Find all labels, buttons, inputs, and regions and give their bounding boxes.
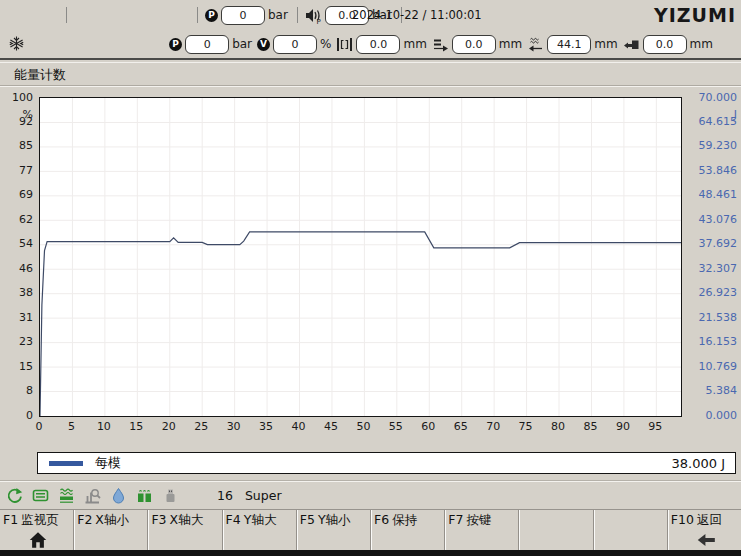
x-axis-tick: 60 (414, 420, 442, 433)
y-axis-left-tick: 69 (0, 188, 33, 201)
snowflake-icon (8, 35, 25, 52)
function-key-f5[interactable]: F5Y轴小 (296, 510, 370, 551)
ejector-value-field[interactable]: 0.0 (452, 35, 496, 54)
y-axis-left-tick: 15 (0, 360, 33, 373)
function-key-bar: F1监视页F2X轴小F3X轴大F4Y轴大F5Y轴小F6保持F7按键F10返回 (0, 509, 741, 551)
velocity-circle-icon: V (257, 38, 270, 51)
usb-icon (162, 487, 179, 504)
ejector-icon (432, 36, 449, 53)
x-axis-tick: 95 (641, 420, 669, 433)
y-axis-right-tick: 32.307 (684, 262, 737, 275)
screw-heat-icon (527, 36, 544, 53)
x-axis-tick: 55 (382, 420, 410, 433)
y-axis-right-tick: 26.923 (684, 286, 737, 299)
y-axis-right-tick: 59.230 (684, 139, 737, 152)
function-key-f2[interactable]: F2X轴小 (73, 510, 147, 551)
function-key-f7[interactable]: F7按键 (444, 510, 518, 551)
y-axis-left-tick: 31 (0, 311, 33, 324)
x-axis-tick: 90 (609, 420, 637, 433)
page-title-bar: 能量计数 (0, 62, 741, 86)
y-axis-left-tick: 85 (0, 139, 33, 152)
x-axis-tick: 75 (512, 420, 540, 433)
y-axis-left-tick: 54 (0, 237, 33, 250)
status-icons (6, 487, 179, 504)
function-key-empty-9 (593, 510, 667, 551)
back-arrow-icon (695, 530, 717, 550)
x-axis-tick: 40 (285, 420, 313, 433)
pressure-circle-icon: P (205, 9, 218, 22)
chart-magnifier-icon (84, 487, 101, 504)
series-line (40, 232, 681, 416)
divider (197, 7, 198, 23)
function-key-f3[interactable]: F3X轴大 (147, 510, 221, 551)
function-key-f10[interactable]: F10返回 (667, 510, 741, 551)
chart-plot-area[interactable] (39, 97, 682, 417)
y-axis-left-tick: 62 (0, 213, 33, 226)
y-axis-right-tick: 43.076 (684, 213, 737, 226)
cycle-count: 16 (217, 488, 233, 503)
velocity-circle-value-field[interactable]: 0 (273, 35, 317, 54)
machine-status-row: 16 Super (6, 484, 282, 506)
x-axis-tick: 30 (220, 420, 248, 433)
x-axis-tick: 70 (479, 420, 507, 433)
x-axis-tick: 15 (122, 420, 150, 433)
carriage-icon (623, 36, 640, 53)
process-values-bar: P0barV0%0.0mm0.0mm44.1mm0.0mm (0, 30, 741, 60)
x-axis-tick: 50 (349, 420, 377, 433)
y-axis-left-tick: 46 (0, 262, 33, 275)
yizumi-logo: YIZUMI (654, 4, 736, 26)
x-axis-tick: 5 (57, 420, 85, 433)
function-key-f1[interactable]: F1监视页 (0, 510, 73, 551)
function-key-label: F6保持 (374, 512, 444, 529)
datetime: 2024-10-22 / 11:00:01 (352, 8, 482, 22)
y-axis-right-tick: 70.000 (684, 91, 737, 104)
unit-label: mm (690, 37, 713, 51)
x-axis-tick: 65 (447, 420, 475, 433)
x-axis-tick: 45 (317, 420, 345, 433)
function-key-label: F4Y轴大 (226, 512, 296, 529)
function-key-label: F3X轴大 (151, 512, 221, 529)
panel-divider (0, 480, 741, 481)
unit-label: mm (594, 37, 617, 51)
series-current-value: 38.000 J (672, 456, 725, 471)
user-level: Super (245, 488, 282, 503)
x-axis-tick: 20 (155, 420, 183, 433)
x-axis-tick: 25 (187, 420, 215, 433)
energy-chart: 100928577696254463831231580% 70.00064.61… (0, 88, 741, 452)
mold-position-icon (336, 36, 353, 53)
function-key-f4[interactable]: F4Y轴大 (222, 510, 296, 551)
carriage-value-field[interactable]: 0.0 (643, 35, 687, 54)
unit-label: mm (403, 37, 426, 51)
x-axis-tick: 10 (90, 420, 118, 433)
function-key-f6[interactable]: F6保持 (370, 510, 444, 551)
function-key-empty-8 (518, 510, 592, 551)
function-key-label: F5Y轴小 (300, 512, 370, 529)
y-axis-right-tick: 21.538 (684, 311, 737, 324)
function-key-label: F2X轴小 (77, 512, 147, 529)
y-axis-right-tick: 48.461 (684, 188, 737, 201)
pressure-circle-value-field[interactable]: 0 (185, 35, 229, 54)
pressure-circle-value-field[interactable]: 0 (221, 6, 265, 25)
svg-text:P: P (316, 17, 320, 24)
water-drop-icon (110, 487, 127, 504)
pressure-circle-icon: P (169, 38, 182, 51)
sound-p-icon: P (305, 7, 322, 24)
y-axis-left-unit: % (0, 108, 33, 121)
motor-icon (32, 487, 49, 504)
series-color-swatch (49, 461, 83, 466)
y-axis-right-tick: 5.384 (684, 384, 737, 397)
screw-heat-value-field[interactable]: 44.1 (547, 35, 591, 54)
page-title: 能量计数 (14, 67, 66, 82)
y-axis-right-tick: 10.769 (684, 360, 737, 373)
y-axis-left-tick: 38 (0, 286, 33, 299)
unit-label: bar (268, 8, 288, 22)
x-axis-tick: 80 (544, 420, 572, 433)
y-axis-left-tick: 8 (0, 384, 33, 397)
function-key-label: F7按键 (448, 512, 518, 529)
barrel-heating-icon (58, 487, 75, 504)
y-axis-left-tick: 100 (0, 91, 33, 104)
home-icon (27, 530, 49, 550)
bottom-edge (0, 550, 741, 556)
mold-position-value-field[interactable]: 0.0 (356, 35, 400, 54)
y-axis-right-tick: 16.153 (684, 335, 737, 348)
